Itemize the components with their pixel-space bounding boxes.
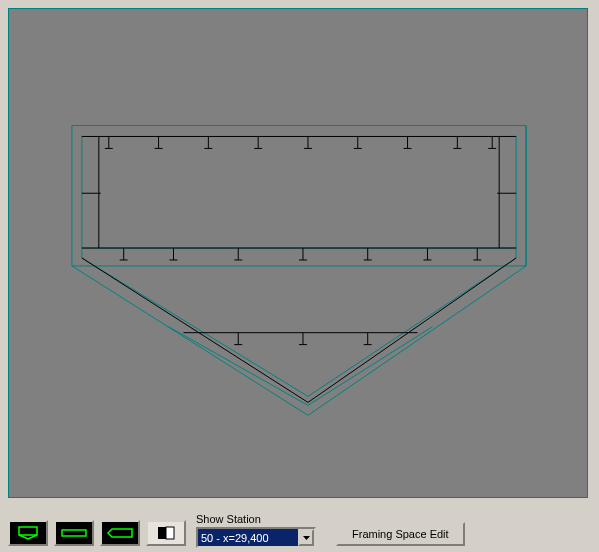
drawing-viewport[interactable] bbox=[8, 8, 588, 498]
view-top-button[interactable] bbox=[100, 520, 140, 546]
view-mode-icon bbox=[154, 525, 178, 541]
view-front-icon bbox=[13, 525, 43, 541]
svg-rect-50 bbox=[158, 527, 166, 539]
svg-rect-47 bbox=[19, 527, 37, 535]
framing-space-edit-label: Framing Space Edit bbox=[352, 528, 449, 540]
svg-rect-48 bbox=[62, 530, 86, 536]
station-select[interactable]: 50 - x=29,400 bbox=[196, 527, 316, 548]
bottom-toolbar: Show Station 50 - x=29,400 Framing Space… bbox=[8, 504, 592, 548]
svg-marker-49 bbox=[108, 529, 132, 537]
show-station-label: Show Station bbox=[196, 513, 316, 525]
view-mode-button[interactable] bbox=[146, 520, 186, 546]
dropdown-button[interactable] bbox=[298, 529, 314, 546]
station-select-value: 50 - x=29,400 bbox=[198, 529, 298, 546]
view-side-icon bbox=[59, 525, 89, 541]
hull-section-drawing bbox=[9, 9, 587, 497]
view-front-button[interactable] bbox=[8, 520, 48, 546]
view-top-icon bbox=[105, 525, 135, 541]
svg-rect-51 bbox=[166, 527, 174, 539]
chevron-down-icon bbox=[303, 536, 310, 540]
framing-space-edit-button[interactable]: Framing Space Edit bbox=[336, 522, 465, 546]
svg-marker-52 bbox=[303, 536, 310, 540]
view-side-button[interactable] bbox=[54, 520, 94, 546]
show-station-group: Show Station 50 - x=29,400 bbox=[196, 513, 316, 548]
